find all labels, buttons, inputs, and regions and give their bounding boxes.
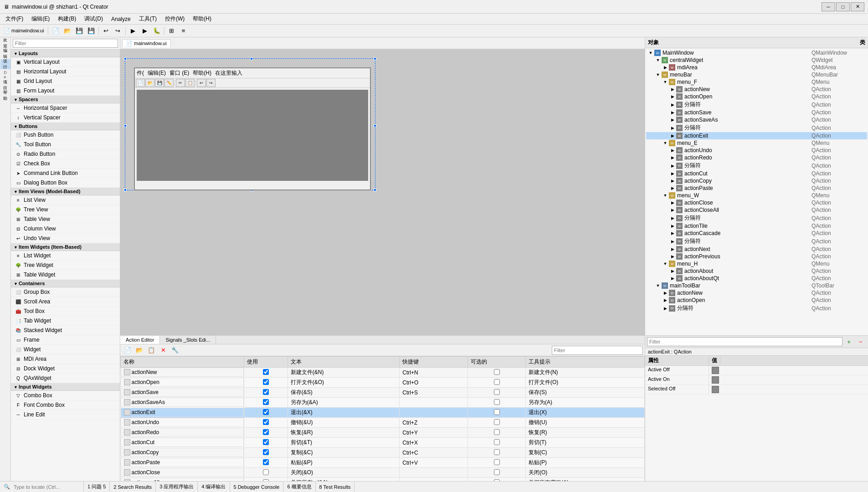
col-name[interactable]: 名称: [121, 357, 244, 368]
status-general-info[interactable]: 6 概要信息: [283, 482, 315, 492]
action-table-row[interactable]: actionCopy 复制(&C) Ctrl+C 复制(C): [121, 448, 645, 458]
tree-item[interactable]: ▶ W 分隔符 QAction: [646, 214, 867, 222]
canvas-tab[interactable]: 📄 mainwindow.ui: [122, 39, 171, 47]
tree-item[interactable]: ▶ W actionNew QAction: [646, 289, 867, 297]
widget-dock-widget[interactable]: ⊟ Dock Widget: [11, 364, 120, 374]
props-remove-btn[interactable]: −: [855, 337, 866, 347]
action-table-row[interactable]: actionSave 保存(&S) Ctrl+S 保存(S): [121, 388, 645, 398]
action-table-row[interactable]: actionClose 关闭(&O) 关闭(O): [121, 468, 645, 478]
action-table-row[interactable]: actionNew 新建文件(&N) Ctrl+N 新建文件(N): [121, 368, 645, 378]
widget-list-view[interactable]: ≡ List View: [11, 195, 120, 205]
tree-item[interactable]: ▼ W centralWidget QWidget: [646, 56, 867, 64]
tree-item[interactable]: ▶ W actionUndo QAction: [646, 147, 867, 154]
tree-item[interactable]: ▶ W actionSaveAs QAction: [646, 116, 867, 123]
menu-help[interactable]: 帮助(H): [189, 14, 215, 24]
tree-item[interactable]: ▶ W actionAbout QAction: [646, 267, 867, 275]
tree-item[interactable]: ▶ W actionAboutQt QAction: [646, 275, 867, 282]
tree-item[interactable]: ▶ W mdiArea QMdiArea: [646, 64, 867, 71]
mdi-new-btn[interactable]: 📄: [136, 79, 145, 87]
toolbar-grid[interactable]: ⊞: [166, 26, 177, 36]
widget-grid-layout[interactable]: ▦ Grid Layout: [11, 77, 120, 86]
maximize-button[interactable]: □: [836, 2, 850, 11]
widget-check-box[interactable]: ☑ Check Box: [11, 159, 120, 169]
mdi-open-btn[interactable]: 📂: [145, 79, 154, 87]
widget-tool-button[interactable]: 🔧 Tool Button: [11, 140, 120, 149]
tree-item[interactable]: ▼ W menu_W QMenu: [646, 192, 867, 199]
widget-table-view[interactable]: ⊞ Table View: [11, 215, 120, 224]
handle-tr[interactable]: [374, 57, 376, 60]
action-table-row[interactable]: actionExit 退出(&X) 退出(X): [121, 408, 645, 418]
action-paste-btn[interactable]: 📋: [146, 345, 157, 355]
widget-tree-widget[interactable]: 🌳 Tree Widget: [11, 261, 120, 270]
col-used[interactable]: 使用: [244, 357, 288, 368]
widget-horizontal-spacer[interactable]: ↔ Horizontal Spacer: [11, 103, 120, 113]
toolbar-build[interactable]: ▶: [128, 26, 139, 36]
tree-item[interactable]: ▶ W 分隔符 QAction: [646, 161, 867, 170]
handle-mr[interactable]: [374, 124, 376, 127]
tab-signals-slots[interactable]: Signals _Slots Edi...: [160, 336, 216, 344]
tree-item[interactable]: ▼ W menu_H QMenu: [646, 260, 867, 267]
widget-tab-widget[interactable]: 📑 Tab Widget: [11, 316, 120, 326]
col-text[interactable]: 文本: [288, 357, 400, 368]
tree-item[interactable]: ▼ W menu_F QMenu: [646, 78, 867, 86]
toolbar-new[interactable]: 📄: [50, 26, 61, 36]
minimize-button[interactable]: ─: [822, 2, 835, 11]
widget-push-button[interactable]: ⬜ Push Button: [11, 130, 120, 140]
widget-mdi-area[interactable]: ⊞ MDI Area: [11, 354, 120, 364]
mdi-undo-btn[interactable]: ↩: [197, 79, 206, 87]
tab-action-editor[interactable]: Action Editor: [120, 336, 160, 344]
mode-debug[interactable]: De: [0, 70, 10, 80]
widget-widget[interactable]: ⬜ Widget: [11, 345, 120, 354]
toolbar-undo[interactable]: ↩: [101, 26, 112, 36]
status-app-output[interactable]: 3 应用程序输出: [156, 482, 198, 492]
menu-analyze[interactable]: Analyze: [108, 15, 134, 23]
mode-welcome[interactable]: 欢迎: [0, 38, 10, 48]
toolbar-open[interactable]: 📂: [62, 26, 73, 36]
mode-edit[interactable]: 编辑: [0, 49, 10, 59]
tree-item[interactable]: ▶ W actionCut QAction: [646, 170, 867, 177]
object-tree[interactable]: ▼ W MainWindow QMainWindow ▼ W centralWi…: [645, 48, 868, 335]
tree-item[interactable]: ▶ W actionCascade QAction: [646, 230, 867, 237]
tree-item[interactable]: ▶ W actionPaste QAction: [646, 184, 867, 192]
tree-item[interactable]: ▼ W MainWindow QMainWindow: [646, 49, 867, 56]
menu-debug[interactable]: 调试(D): [81, 14, 107, 24]
action-table-row[interactable]: actionPaste 粘贴(&P) Ctrl+V 粘贴(P): [121, 458, 645, 468]
action-configure-btn[interactable]: 🔧: [169, 345, 180, 355]
widget-group-box[interactable]: ⬜ Group Box: [11, 287, 120, 297]
status-search-results[interactable]: 2 Search Results: [110, 482, 156, 492]
tree-item[interactable]: ▶ W actionClose QAction: [646, 199, 867, 206]
toolbar-run[interactable]: ▶: [139, 26, 150, 36]
tree-item[interactable]: ▼ W mainToolBar QToolBar: [646, 282, 867, 289]
tree-item[interactable]: ▶ W actionNext QAction: [646, 246, 867, 253]
handle-tc[interactable]: [250, 57, 253, 60]
menu-widget[interactable]: 控件(W): [161, 14, 188, 24]
toolbar-debug[interactable]: 🐛: [151, 26, 162, 36]
status-debugger-console[interactable]: 5 Debugger Console: [230, 482, 284, 492]
handle-br[interactable]: [374, 189, 376, 191]
widget-qaxwidget[interactable]: Q QAxWidget: [11, 374, 120, 383]
status-problems[interactable]: 1 问题 5: [84, 482, 110, 492]
col-checkable[interactable]: 可选的: [468, 357, 526, 368]
tree-item[interactable]: ▶ W actionOpen QAction: [646, 93, 867, 100]
mdi-cut-btn[interactable]: ✂: [176, 79, 185, 87]
tree-item[interactable]: ▶ W actionTile QAction: [646, 222, 867, 230]
widget-command-link-button[interactable]: ➤ Command Link Button: [11, 169, 120, 178]
widget-tool-box[interactable]: 🧰 Tool Box: [11, 307, 120, 316]
mdi-save2-btn[interactable]: ✏️: [164, 79, 174, 87]
tree-item[interactable]: ▶ W actionCloseAll QAction: [646, 206, 867, 214]
widget-frame[interactable]: ▭ Frame: [11, 335, 120, 345]
handle-ml[interactable]: [124, 124, 127, 127]
tree-item[interactable]: ▶ W 分隔符 QAction: [646, 100, 867, 109]
mdi-copy-btn[interactable]: 📋: [185, 79, 195, 87]
tree-item[interactable]: ▶ W actionCopy QAction: [646, 177, 867, 184]
widget-font-combo-box[interactable]: F Font Combo Box: [11, 400, 120, 410]
props-filter-input[interactable]: [647, 337, 842, 346]
widget-column-view[interactable]: ⊟ Column View: [11, 224, 120, 234]
tree-item[interactable]: ▶ W actionExit QAction: [646, 132, 867, 139]
menu-build[interactable]: 构建(B): [54, 14, 80, 24]
mode-design[interactable]: 设计: [0, 59, 10, 69]
toolbar-save-all[interactable]: 💾: [86, 26, 97, 36]
action-table-row[interactable]: actionCut 剪切(&T) Ctrl+X 剪切(T): [121, 438, 645, 448]
handle-bl[interactable]: [124, 189, 127, 191]
action-table-scroll[interactable]: 名称 使用 文本 快捷键 可选的 工具提示 actionNew 新建: [120, 356, 645, 481]
